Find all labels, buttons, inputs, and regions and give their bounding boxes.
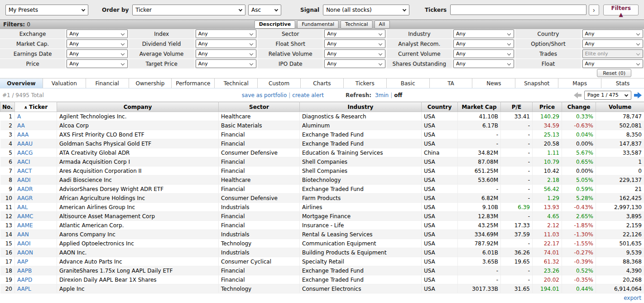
filter-select-current-volume[interactable]: Any: [453, 49, 514, 58]
filter-select-index[interactable]: Any: [196, 29, 256, 38]
view-tab-overview[interactable]: Overview: [0, 78, 43, 88]
view-tab-valuation[interactable]: Valuation: [43, 78, 86, 88]
presets-select[interactable]: My Presets: [5, 5, 88, 15]
filter-select-analyst-recom[interactable]: Any: [453, 39, 514, 48]
order-direction-select[interactable]: Asc: [248, 5, 281, 15]
filter-select-sector[interactable]: Any: [324, 29, 385, 38]
ticker-link[interactable]: AAON: [17, 249, 33, 256]
chevron-down-icon: [403, 7, 406, 11]
order-by-select[interactable]: Ticker: [132, 5, 245, 15]
filter-select-float-short[interactable]: Any: [324, 39, 385, 48]
filters-toggle-button[interactable]: Filters ▲: [603, 5, 639, 15]
reset-filters-button[interactable]: Reset (0): [597, 69, 631, 77]
filter-select-country[interactable]: Any: [582, 29, 643, 38]
column-header-market_cap[interactable]: Market Cap: [458, 102, 501, 112]
view-tab-ownership[interactable]: Ownership: [129, 78, 172, 88]
filter-select-price[interactable]: Any: [67, 59, 127, 68]
column-header-no[interactable]: No.: [0, 102, 15, 112]
ticker-link[interactable]: AACI: [17, 159, 30, 165]
view-tab-stats[interactable]: Stats: [601, 78, 644, 88]
filter-select-value: Any: [585, 31, 595, 37]
refresh-interval-link[interactable]: 3min: [375, 92, 389, 98]
cell-volume: 162,425: [596, 194, 644, 203]
ticker-link[interactable]: AAA: [17, 132, 29, 138]
view-tab-charts[interactable]: Charts: [301, 78, 344, 88]
column-header-country[interactable]: Country: [422, 102, 458, 112]
cell-volume: 88,368: [596, 257, 644, 266]
chevron-down-icon: [379, 31, 382, 35]
column-header-pe[interactable]: P/E: [501, 102, 533, 112]
column-header-industry[interactable]: Industry: [300, 102, 422, 112]
cell-company: AAON Inc.: [57, 248, 219, 257]
filter-tab-fundamental[interactable]: Fundamental: [297, 20, 339, 29]
column-header-sector[interactable]: Sector: [219, 102, 300, 112]
view-tab-snapshot[interactable]: Snapshot: [515, 78, 558, 88]
tickers-go-button[interactable]: ›: [589, 5, 600, 15]
view-tab-financial[interactable]: Financial: [86, 78, 129, 88]
chevron-down-icon: [120, 41, 124, 45]
ticker-link[interactable]: AADR: [17, 186, 33, 192]
ticker-link[interactable]: AAPB: [17, 268, 32, 274]
cell-price: 20.02: [533, 275, 562, 284]
column-header-ticker[interactable]: ∧Ticker: [15, 102, 57, 112]
column-header-volume[interactable]: Volume: [596, 102, 644, 112]
view-tab-maps[interactable]: Maps: [558, 78, 601, 88]
column-header-change[interactable]: Change: [562, 102, 596, 112]
view-tab-basic[interactable]: Basic: [387, 78, 430, 88]
view-tab-news[interactable]: News: [472, 78, 515, 88]
filter-select-ipo-date[interactable]: Any: [324, 59, 385, 68]
ticker-link[interactable]: AAGR: [17, 195, 33, 201]
filter-select-industry[interactable]: Any: [453, 29, 514, 38]
cell-price: 2.18: [533, 176, 562, 185]
ticker-link[interactable]: AAAU: [17, 141, 33, 147]
cell-pe: -: [501, 121, 533, 130]
filter-select-average-volume[interactable]: Any: [196, 49, 256, 58]
ticker-link[interactable]: AAME: [17, 222, 33, 229]
filter-select-dividend-yield[interactable]: Any: [196, 39, 256, 48]
filter-select-option-short[interactable]: Any: [582, 39, 643, 48]
filter-tab-descriptive[interactable]: Descriptive: [255, 20, 295, 29]
ticker-link[interactable]: AA: [17, 122, 25, 129]
filter-select-relative-volume[interactable]: Any: [324, 49, 385, 58]
filter-select-earnings-date[interactable]: Any: [67, 49, 127, 58]
filter-label-target-price: Target Price: [129, 59, 194, 68]
filter-tab-technical[interactable]: Technical: [341, 20, 373, 29]
cell-no: 2: [0, 121, 15, 130]
create-alert-link[interactable]: create alert: [292, 92, 324, 98]
ticker-link[interactable]: AAPD: [17, 277, 32, 283]
filter-select-exchange[interactable]: Any: [67, 29, 127, 38]
tickers-input[interactable]: [450, 5, 586, 15]
ticker-link[interactable]: AAN: [17, 231, 29, 238]
cell-sector: Financial: [219, 221, 300, 230]
view-tab-tickers[interactable]: Tickers: [344, 78, 387, 88]
signal-select[interactable]: None (all stocks): [323, 5, 409, 15]
view-tab-ta[interactable]: TA: [430, 78, 473, 88]
ticker-link[interactable]: AADI: [17, 177, 31, 183]
save-as-portfolio-link[interactable]: save as portfolio: [242, 92, 287, 98]
page-select[interactable]: Page 1 / 475: [584, 91, 631, 100]
ticker-link[interactable]: A: [17, 113, 21, 120]
next-page-button[interactable]: [634, 92, 642, 98]
view-tab-technical[interactable]: Technical: [215, 78, 258, 88]
filter-select-float[interactable]: Any: [582, 59, 643, 68]
column-header-label: Change: [567, 104, 591, 110]
ticker-link[interactable]: AAMC: [17, 213, 33, 220]
column-header-price[interactable]: Price: [533, 102, 562, 112]
ticker-link[interactable]: AACG: [17, 150, 33, 156]
ticker-link[interactable]: AAP: [17, 259, 28, 265]
ticker-link[interactable]: AAPL: [17, 286, 31, 292]
table-row: 13AAMEAtlantic American Corp.FinancialIn…: [0, 221, 644, 230]
refresh-off-link[interactable]: off: [394, 92, 402, 98]
view-tab-custom[interactable]: Custom: [258, 78, 301, 88]
ticker-link[interactable]: AACT: [17, 168, 32, 174]
filter-select-market-cap[interactable]: Any: [67, 39, 127, 48]
filter-select-target-price[interactable]: Any: [196, 59, 256, 68]
prev-page-button[interactable]: [574, 92, 582, 98]
filter-select-shares-outstanding[interactable]: Any: [453, 59, 514, 68]
column-header-company[interactable]: Company: [57, 102, 219, 112]
ticker-link[interactable]: AAOI: [17, 240, 31, 247]
filter-tab-all[interactable]: All: [375, 20, 390, 29]
export-link[interactable]: export: [624, 295, 641, 301]
ticker-link[interactable]: AAL: [17, 204, 28, 210]
view-tab-performance[interactable]: Performance: [172, 78, 215, 88]
